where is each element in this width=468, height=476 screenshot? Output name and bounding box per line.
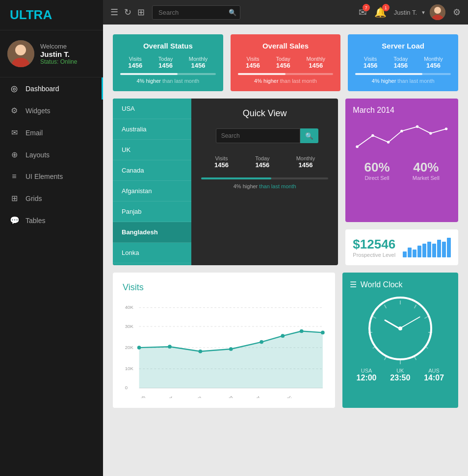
qv-today: Today 1456 [255,155,269,169]
svg-point-30 [300,329,304,333]
visits-stat: Visits 1456 [128,56,142,69]
svg-point-4 [434,7,441,14]
mail-button[interactable]: ✉ 7 [359,6,367,18]
profile-status: Status: Online [40,58,77,65]
hamburger-icon[interactable]: ☰ [110,7,118,18]
direct-label: Direct Sell [364,175,390,181]
svg-point-1 [15,45,26,55]
content-area: Overall Status Visits 1456 Today 1456 Mo… [103,25,468,476]
right-panel: March 2014 [345,99,458,265]
svg-text:40K: 40K [125,304,134,310]
refresh-icon[interactable]: ↻ [124,7,131,18]
sidebar-item-grids[interactable]: ⊞ Grids [0,187,103,209]
sidebar-item-dashboard[interactable]: ◎ Dashboard [0,77,103,100]
monthly-stat: Monthly 1456 [424,56,443,69]
svg-text:Oct: Oct [252,395,261,398]
progress-bar [238,73,334,75]
visits-chart: 40K 30K 20K 10K 0 [123,300,325,398]
country-item-bangladesh[interactable]: Bangladesh [113,222,191,243]
search-input[interactable] [152,5,240,20]
quick-view-title: Quick View [243,108,287,119]
topbar-search[interactable]: 🔍 [152,5,240,20]
notification-button[interactable]: 🔔 1 [374,6,387,18]
layouts-icon: ⊕ [10,150,19,159]
quick-view-search[interactable]: 🔍 [216,128,314,143]
svg-text:Feb: Feb [136,394,146,398]
bar-6 [427,242,431,257]
profile-welcome: Welcome [40,43,77,50]
country-item-lonka[interactable]: Lonka [113,243,191,263]
clock-zone-uk: UK 23:50 [390,368,410,382]
country-item-uk[interactable]: UK [113,140,191,160]
svg-point-28 [260,340,263,344]
topbar-menu-icons: ☰ ↻ ⊞ [110,7,145,18]
visits-title: Visits [123,282,325,293]
sidebar-item-label: Tables [26,217,45,225]
clock-face [368,297,432,360]
chevron-down-icon: ▼ [421,10,426,15]
visits-stat: Visits 1456 [246,56,260,69]
zone-time-uk: 23:50 [390,374,410,382]
sidebar-item-label: Email [26,129,43,137]
bar-10 [447,238,451,257]
sidebar-item-tables[interactable]: 💬 Tables [0,209,103,231]
sidebar-item-email[interactable]: ✉ Email [0,122,103,144]
svg-text:Apr: Apr [165,395,174,398]
march-title: March 2014 [353,106,451,115]
ui-elements-icon: ≡ [10,172,19,181]
card-footer: 4% higher than last month [238,78,334,84]
card-values: Visits 1456 Today 1456 Monthly 1456 [355,56,451,69]
bar-5 [422,244,426,257]
user-menu[interactable]: Justin T. ▼ [394,4,445,20]
country-item-canada[interactable]: Canada [113,160,191,181]
bar-9 [442,242,446,257]
qv-monthly: Monthly 1456 [296,155,315,169]
svg-text:Aug: Aug [224,394,234,398]
footer-highlight: than last month [162,78,199,84]
zone-time-usa: 12:00 [357,374,377,382]
settings-icon[interactable]: ⚙ [453,7,461,18]
market-pct: 40% [413,160,440,175]
sidebar-item-layouts[interactable]: ⊕ Layouts [0,144,103,166]
svg-point-7 [371,134,374,137]
sidebar-item-label: Widgets [26,107,51,115]
quick-search-input[interactable] [216,128,300,143]
country-item-usa[interactable]: USA [113,99,191,119]
sidebar-item-widgets[interactable]: ⚙ Widgets [0,100,103,122]
logo: ULTRA [0,0,103,30]
country-item-afganistan[interactable]: Afganistan [113,181,191,201]
tables-icon: 💬 [10,216,19,225]
march-chart [353,121,451,155]
market-sell: 40% Market Sell [413,160,440,181]
country-item-australia[interactable]: Australia [113,119,191,140]
hamburger-menu-icon: ☰ [350,280,357,289]
sidebar-item-ui-elements[interactable]: ≡ UI Elements [0,166,103,187]
qv-footer: 4% higher than last month [234,183,296,189]
svg-text:20K: 20K [125,345,134,350]
clock-title: World Clock [361,280,403,289]
visits-card: Visits 40K 30K 20K 10K 0 [113,273,335,408]
country-item-panjab[interactable]: Panjab [113,201,191,222]
sidebar: ULTRA Welcome Justin T. Status: Online ◎… [0,0,103,476]
profile-section: Welcome Justin T. Status: Online [0,30,103,77]
progress-bar [120,73,216,75]
footer-highlight: than last month [280,78,317,84]
quick-search-button[interactable]: 🔍 [300,128,318,143]
card-values: Visits 1456 Today 1456 Monthly 1456 [120,56,216,69]
market-label: Market Sell [413,175,440,181]
notif-badge: 1 [382,4,390,11]
svg-point-29 [281,334,285,338]
svg-point-8 [387,141,390,143]
qv-visits: Visits 1456 [214,155,229,169]
status-online: Online [60,58,78,65]
bar-2 [408,248,412,257]
grid-icon[interactable]: ⊞ [137,7,145,18]
main-content: ☰ ↻ ⊞ 🔍 ✉ 7 🔔 1 Justin T. ▼ [103,0,468,476]
overall-sales-card: Overall Sales Visits 1456 Today 1456 Mon… [231,34,341,91]
svg-text:10K: 10K [125,366,134,371]
svg-text:0: 0 [125,385,128,390]
qv-footer-highlight: than last month [259,183,296,189]
prosp-info: $12546 Prospective Level [353,237,398,258]
sidebar-item-label: Dashboard [26,85,59,93]
zone-time-aus: 14:07 [424,374,444,382]
